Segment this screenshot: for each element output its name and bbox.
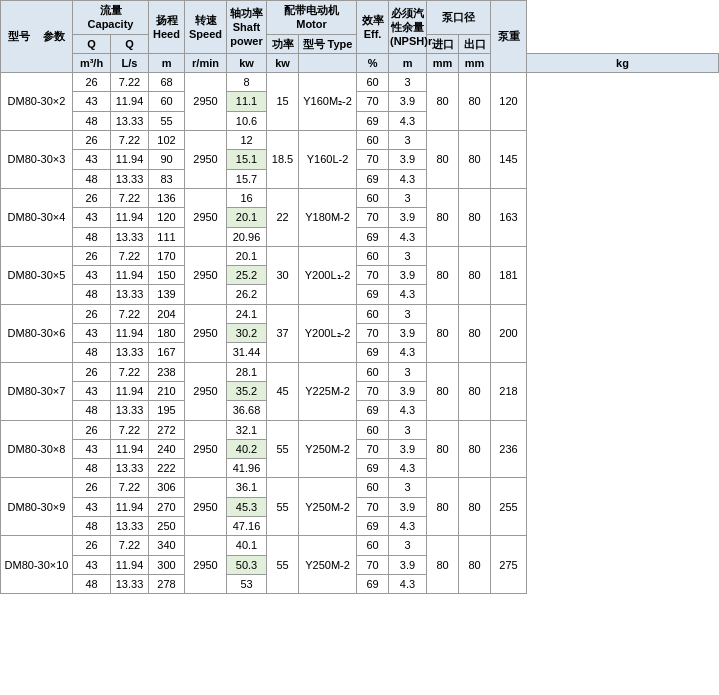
table-row: 4813.335510.6694.3: [1, 111, 719, 130]
h-cell: 136: [149, 188, 185, 207]
q-cell: 43: [73, 555, 111, 574]
eff-cell: 60: [357, 131, 389, 150]
model-cell: DM80-30×7: [1, 362, 73, 420]
eff-cell: 70: [357, 92, 389, 111]
speed-cell: 2950: [185, 304, 227, 362]
h-cell: 306: [149, 478, 185, 497]
eff-cell: 60: [357, 304, 389, 323]
h-cell: 55: [149, 111, 185, 130]
table-row: 4813.338315.7694.3: [1, 169, 719, 188]
q-cell: 43: [73, 497, 111, 516]
weight-cell: 275: [491, 536, 527, 594]
h-cell: 210: [149, 381, 185, 400]
h-cell: 250: [149, 517, 185, 536]
speed-header: 转速 Speed: [185, 1, 227, 54]
q-cell: 43: [73, 381, 111, 400]
eff-unit: %: [357, 53, 389, 72]
table-row: 4813.3325047.16694.3: [1, 517, 719, 536]
npsh-cell: 3: [389, 478, 427, 497]
port-out-cell: 80: [459, 362, 491, 420]
ls-header: Q: [111, 34, 149, 53]
ls-cell: 11.94: [111, 555, 149, 574]
h-cell: 68: [149, 73, 185, 92]
motor-kw-cell: 30: [267, 246, 299, 304]
port-out-cell: 80: [459, 188, 491, 246]
npsh-cell: 3.9: [389, 150, 427, 169]
pa-cell: 20.96: [227, 227, 267, 246]
q-cell: 26: [73, 131, 111, 150]
table-row: 4311.9427045.3703.9: [1, 497, 719, 516]
pa-cell: 50.3: [227, 555, 267, 574]
q-cell: 26: [73, 478, 111, 497]
table-row: 4813.3327853694.3: [1, 574, 719, 593]
motor-header: 配带电动机 Motor: [267, 1, 357, 35]
h-cell: 204: [149, 304, 185, 323]
table-row: DM80-30×4267.2213629501622Y180M-26038080…: [1, 188, 719, 207]
h-unit: m: [149, 53, 185, 72]
speed-cell: 2950: [185, 246, 227, 304]
eff-cell: 69: [357, 227, 389, 246]
weight-cell: 145: [491, 131, 527, 189]
pa-cell: 20.1: [227, 208, 267, 227]
npsh-cell: 3.9: [389, 92, 427, 111]
port-out-unit: mm: [459, 53, 491, 72]
pa-cell: 47.16: [227, 517, 267, 536]
pa-cell: 11.1: [227, 92, 267, 111]
motor-kw-cell: 18.5: [267, 131, 299, 189]
table-row: 4311.9424040.2703.9: [1, 439, 719, 458]
ls-cell: 13.33: [111, 111, 149, 130]
ls-cell: 13.33: [111, 459, 149, 478]
h-cell: 139: [149, 285, 185, 304]
h-cell: 170: [149, 246, 185, 265]
h-cell: 222: [149, 459, 185, 478]
port-out-cell: 80: [459, 246, 491, 304]
eff-cell: 60: [357, 73, 389, 92]
speed-cell: 2950: [185, 536, 227, 594]
table-row: 4311.9430050.3703.9: [1, 555, 719, 574]
ls-cell: 13.33: [111, 169, 149, 188]
weight-cell: 255: [491, 478, 527, 536]
port-in-cell: 80: [427, 131, 459, 189]
q-cell: 43: [73, 92, 111, 111]
port-in-cell: 80: [427, 478, 459, 536]
eff-cell: 69: [357, 517, 389, 536]
eff-cell: 69: [357, 111, 389, 130]
q-cell: 48: [73, 401, 111, 420]
pa-cell: 31.44: [227, 343, 267, 362]
eff-cell: 60: [357, 478, 389, 497]
h-cell: 300: [149, 555, 185, 574]
q-cell: 48: [73, 285, 111, 304]
npsh-cell: 3.9: [389, 381, 427, 400]
type-unit: [299, 53, 357, 72]
table-row: 4813.3319536.68694.3: [1, 401, 719, 420]
eff-cell: 60: [357, 362, 389, 381]
npsh-cell: 3.9: [389, 497, 427, 516]
pa-cell: 24.1: [227, 304, 267, 323]
q-cell: 48: [73, 574, 111, 593]
h-cell: 238: [149, 362, 185, 381]
ls-cell: 7.22: [111, 188, 149, 207]
q-cell: 26: [73, 304, 111, 323]
model-cell: DM80-30×4: [1, 188, 73, 246]
port-out-cell: 80: [459, 478, 491, 536]
pa-cell: 28.1: [227, 362, 267, 381]
ls-unit: L/s: [111, 53, 149, 72]
motor-kw-cell: 15: [267, 73, 299, 131]
eff-cell: 70: [357, 497, 389, 516]
ls-cell: 13.33: [111, 574, 149, 593]
pa-cell: 12: [227, 131, 267, 150]
h-cell: 111: [149, 227, 185, 246]
pa-cell: 36.68: [227, 401, 267, 420]
model-cell: DM80-30×2: [1, 73, 73, 131]
table-row: DM80-30×10267.22340295040.155Y250M-26038…: [1, 536, 719, 555]
eff-cell: 60: [357, 420, 389, 439]
npsh-cell: 3: [389, 362, 427, 381]
port-in-cell: 80: [427, 304, 459, 362]
q-cell: 48: [73, 517, 111, 536]
eff-cell: 70: [357, 381, 389, 400]
table-row: 4311.9412020.1703.9: [1, 208, 719, 227]
pa-cell: 8: [227, 73, 267, 92]
npsh-cell: 3: [389, 73, 427, 92]
kw-unit: kw: [267, 53, 299, 72]
pa-unit: kw: [227, 53, 267, 72]
